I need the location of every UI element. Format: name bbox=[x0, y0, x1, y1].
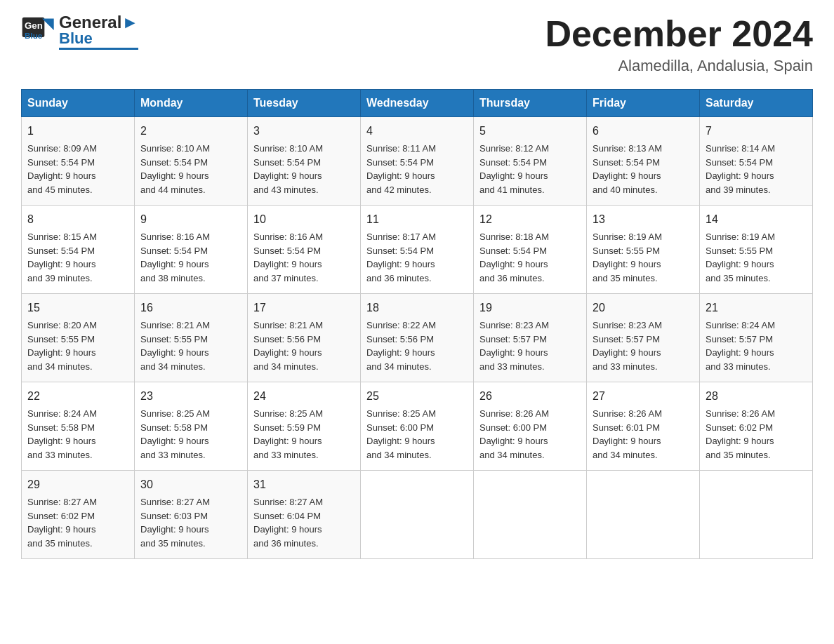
day-number: 8 bbox=[27, 211, 128, 228]
calendar-cell: 17Sunrise: 8:21 AMSunset: 5:56 PMDayligh… bbox=[248, 294, 361, 382]
day-info: Sunrise: 8:25 AMSunset: 6:00 PMDaylight:… bbox=[366, 408, 436, 460]
day-info: Sunrise: 8:23 AMSunset: 5:57 PMDaylight:… bbox=[479, 320, 549, 372]
day-info: Sunrise: 8:25 AMSunset: 5:58 PMDaylight:… bbox=[140, 408, 210, 460]
day-number: 18 bbox=[366, 300, 468, 316]
calendar-cell: 12Sunrise: 8:18 AMSunset: 5:54 PMDayligh… bbox=[474, 206, 587, 294]
calendar-subtitle: Alamedilla, Andalusia, Spain bbox=[545, 57, 813, 75]
calendar-cell: 21Sunrise: 8:24 AMSunset: 5:57 PMDayligh… bbox=[700, 294, 813, 382]
calendar-cell: 8Sunrise: 8:15 AMSunset: 5:54 PMDaylight… bbox=[22, 206, 135, 294]
day-info: Sunrise: 8:12 AMSunset: 5:54 PMDaylight:… bbox=[479, 143, 549, 195]
day-info: Sunrise: 8:27 AMSunset: 6:02 PMDaylight:… bbox=[27, 497, 97, 549]
calendar-cell: 4Sunrise: 8:11 AMSunset: 5:54 PMDaylight… bbox=[361, 117, 474, 206]
week-row-4: 22Sunrise: 8:24 AMSunset: 5:58 PMDayligh… bbox=[22, 382, 813, 471]
day-info: Sunrise: 8:27 AMSunset: 6:04 PMDaylight:… bbox=[253, 497, 323, 549]
day-info: Sunrise: 8:13 AMSunset: 5:54 PMDaylight:… bbox=[593, 143, 662, 195]
day-number: 16 bbox=[140, 300, 241, 316]
calendar-cell: 2Sunrise: 8:10 AMSunset: 5:54 PMDaylight… bbox=[135, 117, 248, 206]
day-number: 25 bbox=[366, 388, 468, 405]
calendar-cell: 23Sunrise: 8:25 AMSunset: 5:58 PMDayligh… bbox=[135, 382, 248, 471]
calendar-cell: 16Sunrise: 8:21 AMSunset: 5:55 PMDayligh… bbox=[135, 294, 248, 382]
header-tuesday: Tuesday bbox=[248, 90, 361, 117]
calendar-cell: 29Sunrise: 8:27 AMSunset: 6:02 PMDayligh… bbox=[22, 471, 135, 559]
day-info: Sunrise: 8:26 AMSunset: 6:00 PMDaylight:… bbox=[479, 408, 549, 460]
day-number: 27 bbox=[593, 388, 694, 405]
day-number: 6 bbox=[593, 123, 694, 140]
header-wednesday: Wednesday bbox=[361, 90, 474, 117]
calendar-cell: 20Sunrise: 8:23 AMSunset: 5:57 PMDayligh… bbox=[587, 294, 700, 382]
day-number: 21 bbox=[706, 300, 807, 316]
calendar-cell bbox=[474, 471, 587, 559]
logo-icon: Gen Blue bbox=[21, 15, 56, 50]
day-number: 22 bbox=[27, 388, 128, 405]
day-info: Sunrise: 8:14 AMSunset: 5:54 PMDaylight:… bbox=[706, 143, 775, 195]
day-number: 31 bbox=[253, 476, 355, 493]
day-number: 4 bbox=[366, 123, 468, 140]
day-info: Sunrise: 8:10 AMSunset: 5:54 PMDaylight:… bbox=[140, 143, 210, 195]
day-number: 29 bbox=[27, 476, 128, 493]
svg-text:Gen: Gen bbox=[25, 20, 43, 31]
day-number: 5 bbox=[479, 123, 581, 140]
logo-area: Gen Blue General► Blue bbox=[21, 14, 138, 50]
header-saturday: Saturday bbox=[700, 90, 813, 117]
calendar-cell: 3Sunrise: 8:10 AMSunset: 5:54 PMDaylight… bbox=[248, 117, 361, 206]
calendar-cell bbox=[587, 471, 700, 559]
week-row-1: 1Sunrise: 8:09 AMSunset: 5:54 PMDaylight… bbox=[22, 117, 813, 206]
day-number: 30 bbox=[140, 476, 241, 493]
day-number: 2 bbox=[140, 123, 241, 140]
calendar-cell: 6Sunrise: 8:13 AMSunset: 5:54 PMDaylight… bbox=[587, 117, 700, 206]
header-friday: Friday bbox=[587, 90, 700, 117]
day-info: Sunrise: 8:22 AMSunset: 5:56 PMDaylight:… bbox=[366, 320, 436, 372]
day-number: 24 bbox=[253, 388, 355, 405]
day-info: Sunrise: 8:16 AMSunset: 5:54 PMDaylight:… bbox=[140, 232, 210, 283]
day-info: Sunrise: 8:20 AMSunset: 5:55 PMDaylight:… bbox=[27, 320, 97, 372]
calendar-cell: 28Sunrise: 8:26 AMSunset: 6:02 PMDayligh… bbox=[700, 382, 813, 471]
day-number: 28 bbox=[706, 388, 807, 405]
day-number: 17 bbox=[253, 300, 355, 316]
week-row-5: 29Sunrise: 8:27 AMSunset: 6:02 PMDayligh… bbox=[22, 471, 813, 559]
calendar-cell: 27Sunrise: 8:26 AMSunset: 6:01 PMDayligh… bbox=[587, 382, 700, 471]
day-number: 26 bbox=[479, 388, 581, 405]
day-info: Sunrise: 8:16 AMSunset: 5:54 PMDaylight:… bbox=[253, 232, 323, 283]
day-number: 1 bbox=[27, 123, 128, 140]
calendar-cell: 25Sunrise: 8:25 AMSunset: 6:00 PMDayligh… bbox=[361, 382, 474, 471]
svg-text:Blue: Blue bbox=[25, 30, 43, 39]
calendar-cell: 18Sunrise: 8:22 AMSunset: 5:56 PMDayligh… bbox=[361, 294, 474, 382]
day-info: Sunrise: 8:17 AMSunset: 5:54 PMDaylight:… bbox=[366, 232, 436, 283]
calendar-cell bbox=[700, 471, 813, 559]
calendar-cell: 15Sunrise: 8:20 AMSunset: 5:55 PMDayligh… bbox=[22, 294, 135, 382]
calendar-cell: 24Sunrise: 8:25 AMSunset: 5:59 PMDayligh… bbox=[248, 382, 361, 471]
calendar-title: December 2024 bbox=[545, 14, 813, 54]
day-info: Sunrise: 8:15 AMSunset: 5:54 PMDaylight:… bbox=[27, 232, 97, 283]
header-thursday: Thursday bbox=[474, 90, 587, 117]
day-number: 20 bbox=[593, 300, 694, 316]
calendar-cell: 10Sunrise: 8:16 AMSunset: 5:54 PMDayligh… bbox=[248, 206, 361, 294]
calendar-cell: 22Sunrise: 8:24 AMSunset: 5:58 PMDayligh… bbox=[22, 382, 135, 471]
day-info: Sunrise: 8:19 AMSunset: 5:55 PMDaylight:… bbox=[706, 232, 775, 283]
day-number: 23 bbox=[140, 388, 241, 405]
day-info: Sunrise: 8:21 AMSunset: 5:56 PMDaylight:… bbox=[253, 320, 323, 372]
day-info: Sunrise: 8:19 AMSunset: 5:55 PMDaylight:… bbox=[593, 232, 662, 283]
calendar-cell: 11Sunrise: 8:17 AMSunset: 5:54 PMDayligh… bbox=[361, 206, 474, 294]
day-number: 10 bbox=[253, 211, 355, 228]
title-area: December 2024 Alamedilla, Andalusia, Spa… bbox=[545, 14, 813, 75]
logo: Gen Blue General► Blue bbox=[21, 14, 138, 50]
day-info: Sunrise: 8:18 AMSunset: 5:54 PMDaylight:… bbox=[479, 232, 549, 283]
day-number: 7 bbox=[706, 123, 807, 140]
header-sunday: Sunday bbox=[22, 90, 135, 117]
day-info: Sunrise: 8:27 AMSunset: 6:03 PMDaylight:… bbox=[140, 497, 210, 549]
calendar-cell: 13Sunrise: 8:19 AMSunset: 5:55 PMDayligh… bbox=[587, 206, 700, 294]
day-info: Sunrise: 8:24 AMSunset: 5:57 PMDaylight:… bbox=[706, 320, 775, 372]
calendar-cell: 14Sunrise: 8:19 AMSunset: 5:55 PMDayligh… bbox=[700, 206, 813, 294]
calendar-cell: 7Sunrise: 8:14 AMSunset: 5:54 PMDaylight… bbox=[700, 117, 813, 206]
day-info: Sunrise: 8:26 AMSunset: 6:01 PMDaylight:… bbox=[593, 408, 662, 460]
day-info: Sunrise: 8:09 AMSunset: 5:54 PMDaylight:… bbox=[27, 143, 97, 195]
page-header: Gen Blue General► Blue December 2024 Ala… bbox=[21, 14, 813, 75]
calendar-cell: 19Sunrise: 8:23 AMSunset: 5:57 PMDayligh… bbox=[474, 294, 587, 382]
day-info: Sunrise: 8:25 AMSunset: 5:59 PMDaylight:… bbox=[253, 408, 323, 460]
day-info: Sunrise: 8:10 AMSunset: 5:54 PMDaylight:… bbox=[253, 143, 323, 195]
day-number: 19 bbox=[479, 300, 581, 316]
day-info: Sunrise: 8:26 AMSunset: 6:02 PMDaylight:… bbox=[706, 408, 775, 460]
day-number: 13 bbox=[593, 211, 694, 228]
day-number: 11 bbox=[366, 211, 468, 228]
day-info: Sunrise: 8:11 AMSunset: 5:54 PMDaylight:… bbox=[366, 143, 436, 195]
